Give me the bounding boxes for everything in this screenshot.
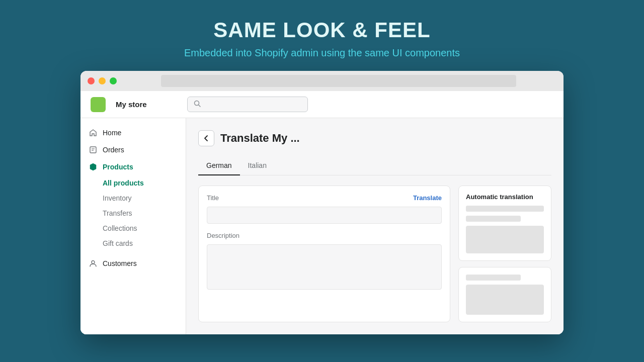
tab-italian[interactable]: Italian — [240, 156, 275, 175]
main-content: Translate My ... German Italian — [186, 118, 564, 334]
skeleton-line-1 — [466, 206, 544, 212]
content-header: Translate My ... — [198, 130, 551, 146]
sidebar-sub-gift-cards[interactable]: Gift cards — [80, 236, 186, 251]
sidebar-item-products[interactable]: Products — [80, 158, 186, 175]
title-label: Title — [207, 194, 219, 202]
close-button[interactable] — [88, 77, 95, 84]
tab-italian-label: Italian — [248, 161, 267, 169]
sidebar-sub-collections[interactable]: Collections — [80, 221, 186, 236]
description-input[interactable] — [207, 244, 442, 290]
sidebar-item-customers-label: Customers — [103, 259, 137, 267]
sidebar-item-orders[interactable]: Orders — [80, 141, 186, 158]
svg-point-5 — [92, 261, 95, 264]
skeleton-line-2 — [466, 216, 521, 222]
title-field-header: Title Translate — [207, 194, 442, 202]
app-body: Home Orders — [80, 118, 564, 334]
search-icon — [194, 100, 201, 109]
customers-icon — [89, 259, 98, 268]
maximize-button[interactable] — [110, 77, 117, 84]
home-icon — [89, 128, 98, 137]
page-subheadline: Embedded into Shopify admin using the sa… — [184, 47, 460, 59]
skeleton-line-3 — [466, 275, 521, 281]
sidebar-sub-all-products-label: All products — [103, 179, 144, 187]
sidebar-sub-all-products[interactable]: All products — [80, 175, 186, 191]
page-header: SAME LOOK & FEEL Embedded into Shopify a… — [184, 0, 460, 71]
svg-rect-2 — [90, 147, 96, 153]
auto-translation-title: Automatic translation — [466, 193, 544, 201]
tab-german-label: German — [206, 161, 232, 169]
sidebar-item-home[interactable]: Home — [80, 124, 186, 141]
sidebar-item-orders-label: Orders — [103, 146, 124, 154]
auto-translation-card: Automatic translation — [458, 186, 551, 261]
translation-area: Title Translate Description Automatic tr… — [198, 186, 551, 322]
sidebar-sub-transfers[interactable]: Transfers — [80, 206, 186, 221]
translation-right-panel: Automatic translation — [458, 186, 551, 322]
sidebar-item-products-label: Products — [103, 163, 133, 171]
sidebar-sub-inventory[interactable]: Inventory — [80, 191, 186, 206]
sidebar-item-home-label: Home — [103, 129, 121, 137]
back-button[interactable] — [198, 130, 214, 146]
tabs-bar: German Italian — [198, 156, 551, 175]
sidebar-item-customers[interactable]: Customers — [80, 255, 186, 272]
sidebar-sub-collections-label: Collections — [103, 224, 137, 232]
minimize-button[interactable] — [99, 77, 106, 84]
translate-button[interactable]: Translate — [413, 194, 442, 202]
title-input[interactable] — [207, 207, 442, 224]
tab-german[interactable]: German — [198, 156, 240, 175]
skeleton-block-tall — [466, 285, 544, 315]
app-topbar: My store — [80, 91, 564, 118]
app-window: My store — [80, 91, 564, 334]
store-logo — [91, 97, 106, 112]
products-icon — [89, 162, 98, 171]
browser-titlebar — [80, 71, 564, 91]
search-bar[interactable] — [187, 97, 308, 112]
content-title: Translate My ... — [220, 132, 300, 145]
svg-line-1 — [198, 105, 200, 107]
store-name: My store — [116, 100, 147, 109]
search-input-mock — [205, 101, 301, 109]
page-headline: SAME LOOK & FEEL — [184, 18, 460, 42]
sidebar-sub-gift-cards-label: Gift cards — [103, 239, 133, 247]
address-bar[interactable] — [161, 75, 516, 87]
sidebar: Home Orders — [80, 118, 186, 334]
description-label: Description — [207, 232, 442, 239]
orders-icon — [89, 145, 98, 154]
sidebar-sub-transfers-label: Transfers — [103, 209, 132, 217]
translation-left-panel: Title Translate Description — [198, 186, 450, 322]
browser-window: My store — [80, 71, 564, 334]
sidebar-sub-inventory-label: Inventory — [103, 194, 132, 202]
auto-translation-card-2 — [458, 267, 551, 322]
skeleton-block-1 — [466, 226, 544, 253]
